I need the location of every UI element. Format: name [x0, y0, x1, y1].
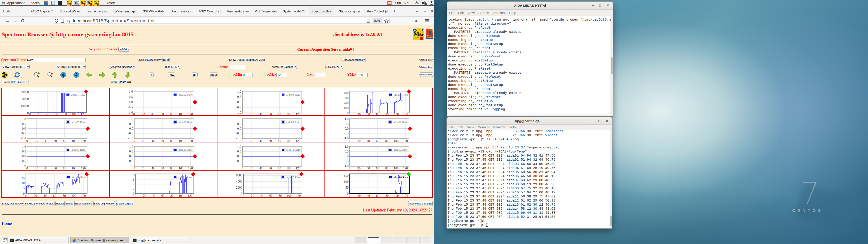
svg-text:>_: >_ [133, 239, 135, 241]
svg-text:idas: idas [83, 2, 86, 4]
svg-text:?: ? [416, 2, 418, 5]
svg-text:idas: idas [69, 2, 72, 4]
svg-text:idas: idas [90, 2, 92, 4]
svg-text:>_: >_ [58, 1, 60, 3]
svg-text:idas: idas [96, 2, 99, 4]
svg-text:>_: >_ [10, 239, 12, 241]
